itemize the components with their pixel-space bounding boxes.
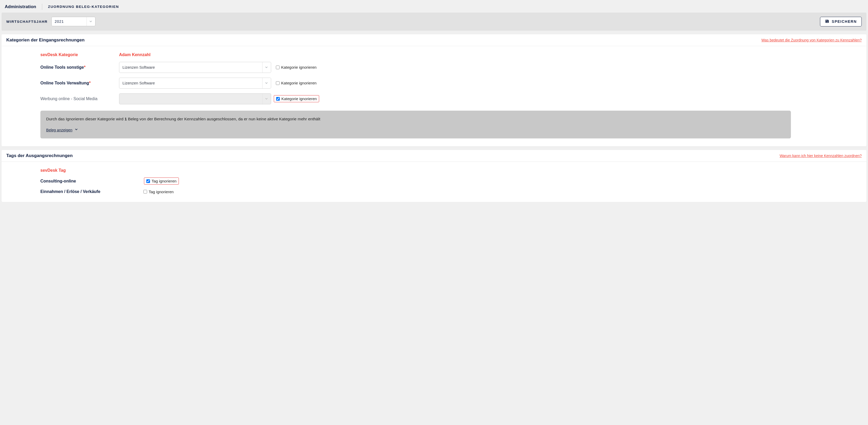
page-subtitle: ZUORDNUNG BELEG-KATEGORIEN <box>42 5 119 9</box>
ignore-category-checkbox[interactable] <box>276 66 280 69</box>
ignore-category-label: Kategorie ignorieren <box>281 81 316 85</box>
ignore-category-cell: Kategorie ignorieren <box>274 95 319 102</box>
ignore-category-label: Kategorie ignorieren <box>281 65 316 69</box>
tag-label: Consulting-online <box>40 179 141 184</box>
page-title: Administration <box>5 4 42 10</box>
ignore-info-box: Durch das Ignorieren dieser Kategorie wi… <box>40 111 791 139</box>
col-header-category: sevDesk Kategorie <box>40 53 119 57</box>
page-header: Administration ZUORDNUNG BELEG-KATEGORIE… <box>0 0 868 12</box>
panel-outgoing-tags: Tags der Ausgangsrechnungen Warum kann i… <box>2 150 866 202</box>
panel2-help-link[interactable]: Warum kann ich hier keine Kennzahlen zuo… <box>780 154 862 158</box>
kennzahl-select-value: Lizenzen Software <box>122 65 155 69</box>
tag-grid: sevDesk Tag Consulting-online Tag ignori… <box>40 168 862 194</box>
ignore-category-cell: Kategorie ignorieren <box>271 81 857 85</box>
show-receipt-link[interactable]: Beleg anzeigen <box>46 127 78 133</box>
kennzahl-select[interactable]: Lizenzen Software <box>119 77 271 89</box>
chevron-down-icon <box>262 94 268 104</box>
chevron-down-icon <box>262 78 268 88</box>
ignore-tag-cell: Tag ignorieren <box>144 177 179 185</box>
kennzahl-select-disabled <box>119 93 271 104</box>
category-label: Online Tools sonstige* <box>40 65 119 70</box>
year-label: WIRTSCHAFTSJAHR <box>6 20 48 24</box>
tag-label: Einnahmen / Erlöse / Verkäufe <box>40 189 141 194</box>
ignore-tag-checkbox[interactable] <box>144 190 147 194</box>
kennzahl-select-value: Lizenzen Software <box>122 81 155 85</box>
panel-incoming-categories: Kategorien der Eingangsrechnungen Was be… <box>2 34 866 146</box>
chevron-down-icon <box>87 17 93 26</box>
ignore-info-text: Durch das Ignorieren dieser Kategorie wi… <box>46 116 785 123</box>
chevron-down-icon <box>262 62 268 73</box>
ignore-tag-label: Tag ignorieren <box>152 179 177 183</box>
ignore-category-checkbox[interactable] <box>276 81 280 85</box>
category-label: Online Tools Verwaltung* <box>40 81 119 86</box>
panel2-title: Tags der Ausgangsrechnungen <box>6 153 73 158</box>
col-header-kennzahl: Adam Kennzahl <box>119 53 271 57</box>
ignore-category-label: Kategorie ignorieren <box>281 96 317 101</box>
panel1-help-link[interactable]: Was bedeutet die Zuordnung von Kategorie… <box>762 38 862 42</box>
save-button-label: SPEICHERN <box>832 20 857 24</box>
chevron-down-icon <box>74 127 78 133</box>
ignore-tag-cell: Tag ignorieren <box>141 190 862 194</box>
year-select[interactable]: 2021 <box>52 17 95 26</box>
category-grid: sevDesk Kategorie Adam Kennzahl Online T… <box>40 53 857 104</box>
ignore-tag-checkbox[interactable] <box>146 179 150 183</box>
col-header-tag: sevDesk Tag <box>40 168 141 173</box>
toolbar: WIRTSCHAFTSJAHR 2021 SPEICHERN <box>2 12 866 31</box>
category-label: Werbung online - Social Media <box>40 96 119 101</box>
ignore-tag-label: Tag ignorieren <box>149 190 174 194</box>
kennzahl-select[interactable]: Lizenzen Software <box>119 62 271 73</box>
save-button[interactable]: SPEICHERN <box>820 17 862 27</box>
year-select-value: 2021 <box>55 20 64 24</box>
save-icon <box>825 19 829 24</box>
ignore-category-checkbox[interactable] <box>276 97 280 101</box>
ignore-category-cell: Kategorie ignorieren <box>271 65 857 69</box>
panel1-title: Kategorien der Eingangsrechnungen <box>6 37 85 43</box>
